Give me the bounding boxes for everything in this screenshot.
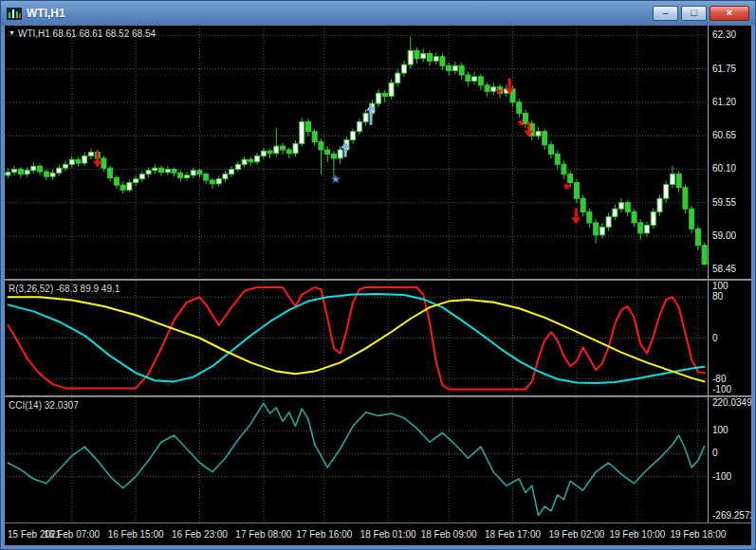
scale-label: 59.00 bbox=[712, 230, 736, 241]
grid-lines bbox=[5, 397, 708, 522]
time-label: 18 Feb 09:00 bbox=[415, 529, 482, 540]
scale-label: 61.20 bbox=[712, 97, 736, 107]
scale-label: 58.45 bbox=[712, 264, 736, 274]
cci-scale[interactable]: 220.03491000-100-269.2572 bbox=[708, 397, 751, 522]
window-title: WTI,H1 bbox=[27, 7, 650, 20]
time-axis[interactable]: 15 Feb 202116 Feb 07:0016 Feb 15:0016 Fe… bbox=[5, 522, 751, 545]
signal-star-marker: ★ bbox=[331, 173, 341, 186]
scale-label: -100 bbox=[712, 384, 731, 394]
scale-label: 62.30 bbox=[712, 29, 736, 40]
scale-label: 60.10 bbox=[712, 163, 736, 174]
scale-label: 80 bbox=[712, 291, 723, 302]
grid-lines bbox=[5, 26, 708, 279]
time-label: 19 Feb 18:00 bbox=[665, 529, 731, 540]
cci-info-label: CCI(14) 32.0307 bbox=[9, 400, 79, 411]
scale-label: -269.2572 bbox=[712, 510, 751, 521]
window-icon bbox=[7, 8, 22, 20]
minimize-button[interactable]: – bbox=[653, 6, 678, 21]
cci-indicator-pane: CCI(14) 32.0307 220.03491000-100-269.257… bbox=[5, 397, 751, 522]
cci-line bbox=[8, 403, 704, 515]
scale-label: -100 bbox=[712, 471, 731, 482]
candles bbox=[6, 37, 707, 266]
cci-plot[interactable] bbox=[5, 397, 708, 522]
r-scale[interactable]: 100800-80-100 bbox=[708, 281, 751, 395]
time-label: 19 Feb 02:00 bbox=[544, 529, 610, 540]
price-chart-canvas: ★★★★ bbox=[5, 26, 708, 279]
chart-area: ▼WTI,H1 68.61 68.61 68.52 68.54 ★★★★ 62.… bbox=[5, 26, 751, 545]
signal-star-marker: ★ bbox=[494, 85, 504, 97]
price-scale[interactable]: 62.3061.7561.2060.6560.1059.5559.0058.45 bbox=[708, 26, 751, 279]
slow-line bbox=[8, 297, 704, 381]
cci-chart-canvas bbox=[5, 397, 708, 522]
scale-label: 59.55 bbox=[712, 197, 736, 208]
maximize-button[interactable]: □ bbox=[681, 6, 707, 21]
scale-label: -80 bbox=[712, 374, 726, 384]
signal-star-marker: ★ bbox=[562, 180, 571, 192]
price-plot[interactable]: ★★★★ bbox=[5, 26, 708, 279]
price-info-label: ▼WTI,H1 68.61 68.61 68.52 68.54 bbox=[9, 28, 156, 39]
time-label: 18 Feb 01:00 bbox=[355, 529, 421, 540]
scale-label: 100 bbox=[712, 281, 728, 291]
r-indicator-pane: R(3,26,52) -68.3 89.9 49.1 100800-80-100 bbox=[5, 281, 751, 395]
time-label: 17 Feb 08:00 bbox=[230, 529, 297, 540]
scale-label: 0 bbox=[712, 448, 718, 458]
time-label: 16 Feb 07:00 bbox=[39, 529, 105, 540]
time-label: 16 Feb 23:00 bbox=[166, 529, 232, 540]
scale-label: 60.65 bbox=[712, 130, 736, 140]
scale-label: 100 bbox=[712, 425, 728, 435]
signal-arrow-down-marker bbox=[571, 208, 581, 224]
close-button[interactable]: × bbox=[710, 6, 749, 21]
scale-label: 220.0349 bbox=[712, 397, 751, 408]
r-info-label: R(3,26,52) -68.3 89.9 49.1 bbox=[9, 284, 120, 294]
signal-arrow-down-marker bbox=[93, 152, 102, 168]
price-pane: ▼WTI,H1 68.61 68.61 68.52 68.54 ★★★★ 62.… bbox=[5, 26, 751, 279]
scale-label: 61.75 bbox=[712, 64, 736, 74]
chart-window: WTI,H1 – □ × ▼WTI,H1 68.61 68.61 68.52 6… bbox=[0, 0, 756, 550]
signal-star-marker: ★ bbox=[516, 117, 526, 128]
r-plot[interactable] bbox=[5, 281, 708, 395]
symbol-marker-icon: ▼ bbox=[9, 29, 15, 36]
window-titlebar: WTI,H1 – □ × bbox=[1, 1, 755, 26]
r-chart-canvas bbox=[5, 281, 708, 395]
time-label: 16 Feb 15:00 bbox=[102, 529, 169, 540]
price-ohlc-label: WTI,H1 68.61 68.61 68.52 68.54 bbox=[18, 28, 156, 39]
time-label: 18 Feb 17:00 bbox=[480, 529, 546, 540]
time-label: 19 Feb 10:00 bbox=[604, 529, 671, 540]
time-label: 17 Feb 16:00 bbox=[291, 529, 358, 540]
scale-label: 0 bbox=[712, 333, 718, 343]
